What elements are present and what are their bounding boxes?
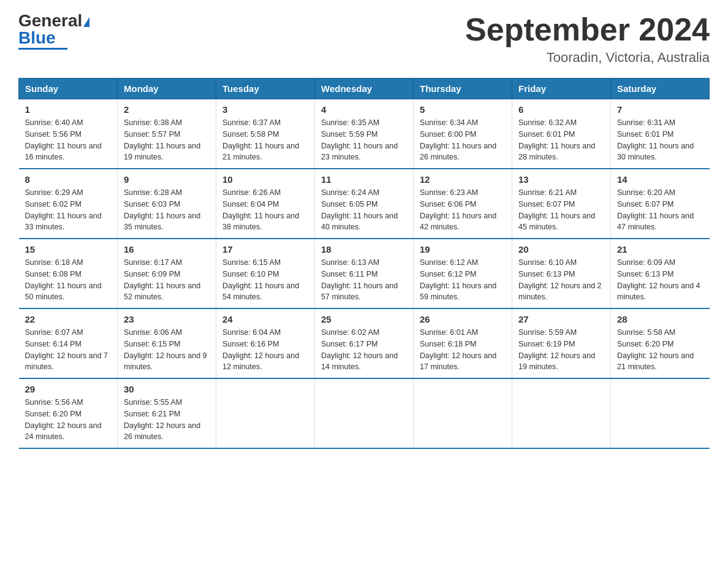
title-block: September 2024 Tooradin, Victoria, Austr…: [465, 12, 710, 66]
day-info: Sunrise: 6:17 AM Sunset: 6:09 PM Dayligh…: [124, 257, 210, 303]
day-number: 9: [124, 174, 210, 185]
day-info: Sunrise: 6:06 AM Sunset: 6:15 PM Dayligh…: [124, 327, 210, 373]
day-info: Sunrise: 6:01 AM Sunset: 6:18 PM Dayligh…: [420, 327, 506, 373]
calendar-week-3: 15 Sunrise: 6:18 AM Sunset: 6:08 PM Dayl…: [19, 239, 710, 308]
day-number: 30: [124, 384, 210, 394]
calendar-cell: 14 Sunrise: 6:20 AM Sunset: 6:07 PM Dayl…: [611, 169, 710, 239]
col-thursday: Thursday: [414, 79, 512, 99]
calendar-cell: 4 Sunrise: 6:35 AM Sunset: 5:59 PM Dayli…: [315, 99, 414, 169]
day-info: Sunrise: 6:26 AM Sunset: 6:04 PM Dayligh…: [222, 187, 308, 233]
calendar-cell: [315, 378, 414, 448]
logo-text: General: [18, 12, 89, 29]
day-info: Sunrise: 6:02 AM Sunset: 6:17 PM Dayligh…: [321, 327, 407, 373]
calendar-cell: 16 Sunrise: 6:17 AM Sunset: 6:09 PM Dayl…: [118, 239, 216, 308]
day-number: 1: [25, 104, 112, 115]
day-number: 29: [25, 384, 112, 394]
calendar-cell: 28 Sunrise: 5:58 AM Sunset: 6:20 PM Dayl…: [611, 308, 710, 378]
day-info: Sunrise: 6:15 AM Sunset: 6:10 PM Dayligh…: [222, 257, 308, 303]
calendar-cell: 24 Sunrise: 6:04 AM Sunset: 6:16 PM Dayl…: [216, 308, 315, 378]
calendar-cell: 2 Sunrise: 6:38 AM Sunset: 5:57 PM Dayli…: [118, 99, 216, 169]
calendar-cell: 10 Sunrise: 6:26 AM Sunset: 6:04 PM Dayl…: [216, 169, 315, 239]
calendar-cell: 12 Sunrise: 6:23 AM Sunset: 6:06 PM Dayl…: [414, 169, 512, 239]
calendar-cell: 3 Sunrise: 6:37 AM Sunset: 5:58 PM Dayli…: [216, 99, 315, 169]
day-info: Sunrise: 5:55 AM Sunset: 6:21 PM Dayligh…: [124, 397, 210, 443]
calendar-week-4: 22 Sunrise: 6:07 AM Sunset: 6:14 PM Dayl…: [19, 308, 710, 378]
day-number: 22: [25, 314, 112, 324]
day-info: Sunrise: 5:58 AM Sunset: 6:20 PM Dayligh…: [617, 327, 703, 373]
day-number: 10: [222, 174, 308, 185]
day-number: 19: [420, 244, 506, 255]
day-number: 2: [124, 104, 210, 115]
day-info: Sunrise: 6:10 AM Sunset: 6:13 PM Dayligh…: [518, 257, 604, 303]
calendar-cell: 30 Sunrise: 5:55 AM Sunset: 6:21 PM Dayl…: [118, 378, 216, 448]
calendar-cell: 9 Sunrise: 6:28 AM Sunset: 6:03 PM Dayli…: [118, 169, 216, 239]
calendar-cell: 13 Sunrise: 6:21 AM Sunset: 6:07 PM Dayl…: [512, 169, 611, 239]
day-number: 8: [25, 174, 112, 185]
logo: General Blue: [18, 12, 89, 50]
day-info: Sunrise: 6:07 AM Sunset: 6:14 PM Dayligh…: [25, 327, 112, 373]
calendar-cell: 15 Sunrise: 6:18 AM Sunset: 6:08 PM Dayl…: [19, 239, 118, 308]
calendar-week-5: 29 Sunrise: 5:56 AM Sunset: 6:20 PM Dayl…: [19, 378, 710, 448]
calendar-cell: 26 Sunrise: 6:01 AM Sunset: 6:18 PM Dayl…: [414, 308, 512, 378]
day-number: 6: [518, 104, 604, 115]
col-tuesday: Tuesday: [216, 79, 315, 99]
day-number: 11: [321, 174, 407, 185]
calendar-cell: 6 Sunrise: 6:32 AM Sunset: 6:01 PM Dayli…: [512, 99, 611, 169]
day-number: 21: [617, 244, 703, 255]
day-number: 24: [222, 314, 308, 324]
logo-underline: [18, 48, 67, 50]
day-info: Sunrise: 6:21 AM Sunset: 6:07 PM Dayligh…: [518, 187, 604, 233]
calendar-cell: 5 Sunrise: 6:34 AM Sunset: 6:00 PM Dayli…: [414, 99, 512, 169]
calendar-cell: [216, 378, 315, 448]
calendar-cell: 7 Sunrise: 6:31 AM Sunset: 6:01 PM Dayli…: [611, 99, 710, 169]
day-number: 20: [518, 244, 604, 255]
calendar-table: Sunday Monday Tuesday Wednesday Thursday…: [18, 78, 710, 449]
calendar-cell: 17 Sunrise: 6:15 AM Sunset: 6:10 PM Dayl…: [216, 239, 315, 308]
calendar-cell: 27 Sunrise: 5:59 AM Sunset: 6:19 PM Dayl…: [512, 308, 611, 378]
calendar-cell: 23 Sunrise: 6:06 AM Sunset: 6:15 PM Dayl…: [118, 308, 216, 378]
day-info: Sunrise: 6:09 AM Sunset: 6:13 PM Dayligh…: [617, 257, 703, 303]
calendar-cell: 21 Sunrise: 6:09 AM Sunset: 6:13 PM Dayl…: [611, 239, 710, 308]
calendar-cell: [611, 378, 710, 448]
day-info: Sunrise: 6:04 AM Sunset: 6:16 PM Dayligh…: [222, 327, 308, 373]
day-info: Sunrise: 6:29 AM Sunset: 6:02 PM Dayligh…: [25, 187, 112, 233]
location-text: Tooradin, Victoria, Australia: [465, 50, 710, 66]
day-info: Sunrise: 6:38 AM Sunset: 5:57 PM Dayligh…: [124, 117, 210, 163]
day-number: 14: [617, 174, 703, 185]
day-info: Sunrise: 6:23 AM Sunset: 6:06 PM Dayligh…: [420, 187, 506, 233]
day-number: 26: [420, 314, 506, 324]
day-info: Sunrise: 6:12 AM Sunset: 6:12 PM Dayligh…: [420, 257, 506, 303]
day-number: 3: [222, 104, 308, 115]
page-header: General Blue September 2024 Tooradin, Vi…: [18, 12, 710, 66]
logo-blue-text: Blue: [18, 29, 56, 47]
day-number: 27: [518, 314, 604, 324]
calendar-cell: 8 Sunrise: 6:29 AM Sunset: 6:02 PM Dayli…: [19, 169, 118, 239]
calendar-cell: 25 Sunrise: 6:02 AM Sunset: 6:17 PM Dayl…: [315, 308, 414, 378]
col-wednesday: Wednesday: [315, 79, 414, 99]
calendar-cell: [414, 378, 512, 448]
day-number: 16: [124, 244, 210, 255]
day-info: Sunrise: 6:24 AM Sunset: 6:05 PM Dayligh…: [321, 187, 407, 233]
calendar-cell: 20 Sunrise: 6:10 AM Sunset: 6:13 PM Dayl…: [512, 239, 611, 308]
day-number: 4: [321, 104, 407, 115]
col-friday: Friday: [512, 79, 611, 99]
calendar-header-row: Sunday Monday Tuesday Wednesday Thursday…: [19, 79, 710, 99]
col-sunday: Sunday: [19, 79, 118, 99]
calendar-cell: 11 Sunrise: 6:24 AM Sunset: 6:05 PM Dayl…: [315, 169, 414, 239]
day-info: Sunrise: 5:59 AM Sunset: 6:19 PM Dayligh…: [518, 327, 604, 373]
day-number: 18: [321, 244, 407, 255]
calendar-cell: 18 Sunrise: 6:13 AM Sunset: 6:11 PM Dayl…: [315, 239, 414, 308]
day-number: 23: [124, 314, 210, 324]
calendar-cell: 22 Sunrise: 6:07 AM Sunset: 6:14 PM Dayl…: [19, 308, 118, 378]
calendar-week-1: 1 Sunrise: 6:40 AM Sunset: 5:56 PM Dayli…: [19, 99, 710, 169]
day-info: Sunrise: 6:20 AM Sunset: 6:07 PM Dayligh…: [617, 187, 703, 233]
col-saturday: Saturday: [611, 79, 710, 99]
month-title: September 2024: [465, 12, 710, 47]
calendar-cell: [512, 378, 611, 448]
day-info: Sunrise: 6:13 AM Sunset: 6:11 PM Dayligh…: [321, 257, 407, 303]
day-info: Sunrise: 6:37 AM Sunset: 5:58 PM Dayligh…: [222, 117, 308, 163]
day-info: Sunrise: 6:32 AM Sunset: 6:01 PM Dayligh…: [518, 117, 604, 163]
day-number: 28: [617, 314, 703, 324]
calendar-cell: 29 Sunrise: 5:56 AM Sunset: 6:20 PM Dayl…: [19, 378, 118, 448]
calendar-cell: 1 Sunrise: 6:40 AM Sunset: 5:56 PM Dayli…: [19, 99, 118, 169]
